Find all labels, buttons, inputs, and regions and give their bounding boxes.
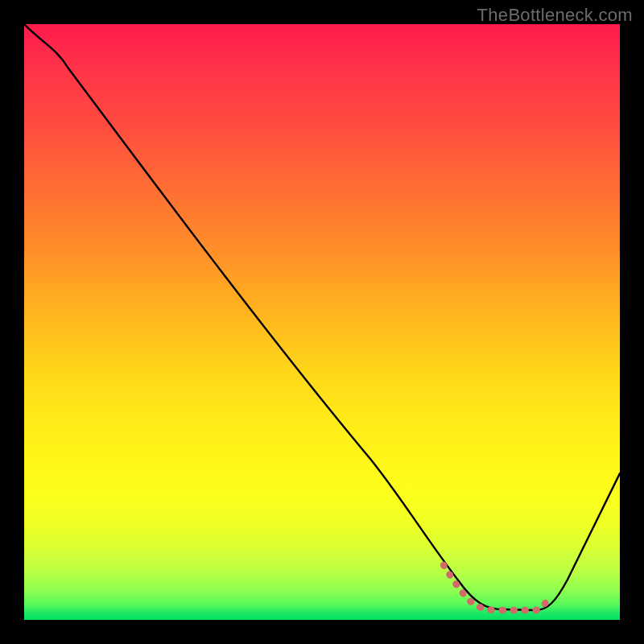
curve-svg bbox=[24, 24, 620, 620]
watermark-text: TheBottleneck.com bbox=[477, 5, 633, 26]
marker-dots bbox=[444, 565, 550, 610]
chart-container: TheBottleneck.com bbox=[0, 0, 644, 644]
plot-area bbox=[24, 24, 620, 620]
mismatch-curve bbox=[24, 24, 620, 610]
